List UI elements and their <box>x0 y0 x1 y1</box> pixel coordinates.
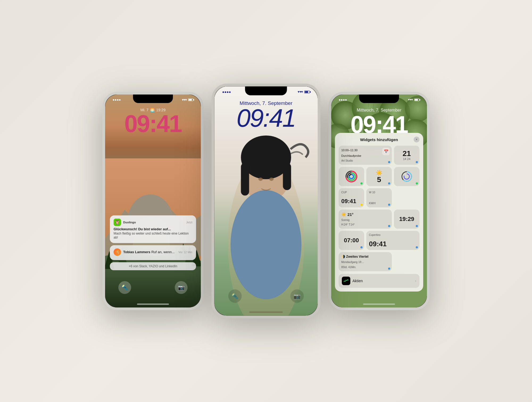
phone3-home-indicator <box>363 303 395 305</box>
phone1-battery <box>188 99 193 101</box>
widget-dot-10 <box>360 246 363 248</box>
notification-duolingo[interactable]: 🦉 Duolingo Jetzt Glückwunsch! Du bist wi… <box>110 215 196 243</box>
widget-dot-9 <box>416 225 418 227</box>
date-number: 21 <box>402 150 411 157</box>
notif-header-slack: 🍕 Tobias Lammers Ruf an, wenn... Vor 12 … <box>114 248 192 256</box>
widget-calendar-event[interactable]: 10:00–11:30 Durchlaufprobe Art Studio 📅 <box>339 146 392 165</box>
slack-sender: Tobias Lammers Ruf an, wenn... <box>123 250 176 254</box>
widget-grid: 10:00–11:30 Durchlaufprobe Art Studio 📅 … <box>339 146 419 271</box>
widget-brightness[interactable]: ☀️ 5 <box>366 167 392 186</box>
duolingo-app-name: Duolingo <box>123 221 184 224</box>
phone2-battery <box>304 91 310 93</box>
widget-clock-0700[interactable]: 07:00 <box>339 231 364 250</box>
wind-label: W 10 <box>369 191 375 194</box>
phone1-status-right: ▾▾▾ <box>182 98 193 102</box>
phone2-signal: ●●●● <box>222 90 231 94</box>
widget-dot-4 <box>388 182 390 184</box>
widget-dot-1 <box>388 161 390 163</box>
moon-line2: 8Std. 41Min. <box>341 266 356 269</box>
clock-0700: 07:00 <box>344 237 359 244</box>
phone1-signal: ●●●● <box>113 98 121 102</box>
widget-date-number[interactable]: 21 14 24 <box>394 146 419 165</box>
phone3-battery <box>414 99 419 101</box>
notif-header-duolingo: 🦉 Duolingo Jetzt <box>114 219 192 226</box>
phone3-frame: ●●●● ▾▾▾ Mittwoch, 7. September 09:41 Wi… <box>329 92 430 310</box>
slack-time: Vor 12 Min <box>178 251 192 254</box>
widget-cup-time[interactable]: CUP 09:41 <box>339 188 364 207</box>
mindfulness-ring <box>401 171 413 182</box>
widget-dot-5 <box>416 182 418 184</box>
phone2-camera-button[interactable]: 📷 <box>290 289 304 303</box>
phone1-screen: ●●●● ▾▾▾ Mi. 7 🌅 19:29 09:41 <box>105 95 201 307</box>
widget-moon[interactable]: 🌗 Zweites Viertel Mondaufgang 18:... 8St… <box>339 252 392 271</box>
phone2-clock: 09:41 <box>214 105 318 131</box>
svg-point-19 <box>258 178 263 181</box>
cup-time: 09:41 <box>341 198 356 205</box>
widget-wind[interactable]: W 10 KM/H <box>366 188 392 207</box>
svg-point-20 <box>269 178 273 181</box>
widget-event-time: 10:00–11:30 <box>341 148 358 152</box>
phone2-flashlight-button[interactable]: 🔦 <box>228 289 242 303</box>
weather-highlow: H:24° T:14° <box>341 223 355 226</box>
phone3-signal: ●●●● <box>339 98 347 102</box>
clock-1929: 19:29 <box>399 216 414 223</box>
widget-dot-3 <box>360 182 363 184</box>
date-subnums: 14 24 <box>403 157 410 161</box>
activity-ring-svg <box>345 170 358 183</box>
widget-event-name: Durchlaufprobe <box>341 154 361 158</box>
weather-temp: ☀️ 21° <box>341 212 354 217</box>
weather-condition: Sonnig <box>341 219 350 221</box>
stocks-bar[interactable]: Aktien › <box>339 274 419 288</box>
phone2: ●●●● ▾▾▾ Mittwoch, 7. September 09:41 🔦 <box>211 84 321 318</box>
moon-line1: Mondaufgang 18:... <box>341 261 364 264</box>
stocks-icon <box>342 277 350 285</box>
duolingo-title: Glückwunsch! Du bist wieder auf... <box>114 227 192 231</box>
widget-clock-1929[interactable]: 19:29 <box>394 210 419 229</box>
widget-activity[interactable] <box>339 167 364 186</box>
svg-point-43 <box>404 174 409 179</box>
phone3: ●●●● ▾▾▾ Mittwoch, 7. September 09:41 Wi… <box>329 92 430 310</box>
wind-sublabel: KM/H <box>369 202 376 205</box>
phone1: ●●●● ▾▾▾ Mi. 7 🌅 19:29 09:41 <box>102 92 203 310</box>
calendar-icon: 📅 <box>382 148 390 155</box>
camera-icon-2: 📷 <box>293 293 300 299</box>
flashlight-icon: 🔦 <box>122 284 128 291</box>
brightness-icon: ☀️ <box>376 170 383 176</box>
phone1-camera-button[interactable]: 📷 <box>175 281 188 294</box>
phone3-status-right: ▾▾▾ <box>408 98 419 101</box>
phone1-bottom-bar: 🔦 📷 <box>105 276 201 307</box>
phone1-flashlight-button[interactable]: 🔦 <box>118 281 131 294</box>
cupertino-city: Cupertino <box>369 233 380 236</box>
cupertino-time: 09:41 <box>369 240 387 247</box>
widget-weather[interactable]: ☀️ 21° Sonnig H:24° T:14° <box>339 210 392 229</box>
svg-point-18 <box>231 190 302 299</box>
widget-dot-2 <box>416 161 418 163</box>
widget-dot-12 <box>388 268 390 270</box>
flashlight-icon-2: 🔦 <box>231 293 238 299</box>
phone2-screen: ●●●● ▾▾▾ Mittwoch, 7. September 09:41 🔦 <box>214 87 318 316</box>
widget-mindfulness[interactable] <box>394 167 419 186</box>
widget-event-location: Art Studio <box>341 159 353 162</box>
widget-cupertino-clock[interactable]: Cupertino 09:41 <box>366 231 419 250</box>
cup-label: CUP <box>341 191 347 194</box>
phone1-frame: ●●●● ▾▾▾ Mi. 7 🌅 19:29 09:41 <box>102 92 203 310</box>
widget-dot-6 <box>360 204 363 206</box>
widget-panel-header: Widgets hinzufügen × <box>339 137 419 142</box>
slack-avatar: 🍕 <box>114 248 121 256</box>
duolingo-body: Mach fleißig so weiter und schließ heute… <box>114 232 192 240</box>
svg-rect-16 <box>283 163 291 190</box>
widget-dot-8 <box>388 225 390 227</box>
phone2-notch <box>245 87 287 96</box>
phone2-status-right: ▾▾▾ <box>298 90 310 94</box>
stocks-chevron: › <box>415 278 416 283</box>
phone3-notch <box>359 95 399 103</box>
brightness-value: 5 <box>377 176 381 183</box>
notification-slack[interactable]: 🍕 Tobias Lammers Ruf an, wenn... Vor 12 … <box>110 245 196 260</box>
widget-dot-7 <box>388 204 390 206</box>
widget-panel-close-button[interactable]: × <box>414 137 419 142</box>
duolingo-time: Jetzt <box>186 221 192 224</box>
duolingo-icon: 🦉 <box>114 219 121 226</box>
widget-panel: Widgets hinzufügen × 10:00–11:30 Durchla… <box>335 133 423 292</box>
phone2-frame: ●●●● ▾▾▾ Mittwoch, 7. September 09:41 🔦 <box>211 84 321 318</box>
phone1-clock: 09:41 <box>105 112 201 136</box>
